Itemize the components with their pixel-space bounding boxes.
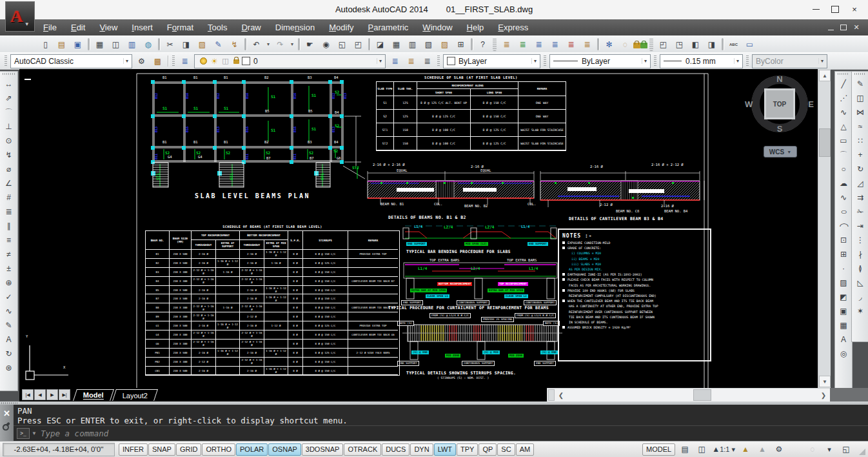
aligned-dimension-button[interactable]: ⇗ — [1, 91, 16, 105]
linetype-combo[interactable]: ByLayer▾ — [549, 54, 651, 68]
help-button[interactable]: ? — [475, 37, 491, 52]
plot-preview-button[interactable]: ◫ — [108, 37, 124, 52]
multiline-text-button[interactable]: A — [836, 332, 851, 347]
application-status-menu-button[interactable]: ▾ — [822, 443, 837, 455]
rotate-button[interactable]: ↻ — [853, 162, 868, 176]
menu-item[interactable]: Edit — [64, 23, 92, 32]
3d-dwf-button[interactable]: ◍ — [140, 37, 156, 52]
wcs-menu[interactable]: WCS▼ — [764, 146, 797, 157]
revision-cloud-button[interactable]: ☁ — [836, 176, 851, 190]
arc-length-button[interactable]: ⌒ — [1, 105, 16, 119]
layer-states-button[interactable]: ≣ — [403, 54, 419, 68]
application-menu-button[interactable]: A ▼ — [5, 1, 35, 32]
menu-item[interactable]: Draw — [234, 23, 268, 32]
layer-properties-manager-button[interactable]: ≣ — [177, 54, 193, 68]
circle-button[interactable]: ○ — [836, 162, 851, 176]
tab-nav-button[interactable]: |◀ — [22, 389, 34, 400]
group-button[interactable]: ◎ — [836, 347, 851, 361]
array-button[interactable]: ∷ — [853, 134, 868, 148]
zoom-realtime-button[interactable]: ◉ — [318, 37, 334, 52]
doc-minimize-button[interactable] — [824, 24, 837, 32]
scroll-down-button[interactable]: ▼ — [819, 376, 831, 387]
status-toggle[interactable]: QP — [478, 443, 497, 456]
dimension-inspect-button[interactable]: ✓ — [1, 290, 16, 304]
status-toggle[interactable]: TPY — [457, 443, 478, 456]
grip[interactable] — [493, 38, 497, 51]
sep[interactable] — [298, 38, 300, 50]
menu-item[interactable]: Tools — [201, 23, 234, 32]
markup-set-manager-button[interactable]: ▨ — [437, 37, 453, 52]
send-to-back-button[interactable]: ◳ — [671, 37, 687, 52]
sep[interactable] — [158, 38, 160, 50]
maximize-button[interactable] — [825, 3, 845, 16]
jogged-linear-button[interactable]: ∿ — [1, 304, 16, 318]
coordinates-readout[interactable]: -2.63E+04, -4.18E+04, 0'0'' — [3, 443, 115, 456]
quick-view-layouts-button[interactable]: ◫ — [694, 443, 709, 455]
status-toggle[interactable]: LWT — [434, 443, 456, 456]
status-toggle[interactable]: 3DOSNAP — [302, 443, 344, 456]
layout-tab[interactable]: Model — [73, 389, 114, 401]
redline-button[interactable]: ↯ — [226, 37, 242, 52]
sep[interactable] — [244, 38, 246, 50]
horizontal-scrollbar[interactable]: ❮ ❯ — [547, 388, 831, 402]
tab-nav-button[interactable]: ▶| — [59, 389, 70, 400]
vertical-scroll-thumb[interactable] — [819, 128, 831, 157]
annotation-autoscale-button[interactable]: ▲ — [755, 443, 770, 455]
stretch-button[interactable]: ⇉ — [853, 190, 868, 205]
redo-dropdown[interactable]: ▾ — [288, 37, 296, 52]
break-at-point-button[interactable]: ⋮ — [853, 233, 868, 247]
sep[interactable] — [471, 38, 473, 50]
mirror-button[interactable]: ⋈ — [853, 105, 868, 119]
drawing-canvas[interactable]: B1B1B1B2B3B4S1S1S1S1S1S2B5B5B4S1S1S2B1B1… — [19, 69, 818, 388]
join-button[interactable]: ≬ — [853, 261, 868, 276]
doc-close-button[interactable]: ✕ — [850, 23, 863, 32]
offset-button[interactable]: ≈ — [853, 119, 868, 134]
chamfer-button[interactable]: ◺ — [853, 276, 868, 290]
change-to-current-layer-button[interactable]: ≣ — [531, 37, 547, 52]
redo-button[interactable]: ↷ — [272, 37, 288, 52]
sep[interactable] — [597, 38, 599, 50]
dimension-break-button[interactable]: ≠ — [1, 247, 16, 261]
copy-button[interactable]: ◨ — [178, 37, 194, 52]
tab-nav-button[interactable]: ◀ — [34, 389, 46, 400]
model-space-button[interactable]: MODEL — [642, 443, 675, 456]
workspace-switching-button[interactable]: ⚙ — [771, 443, 787, 455]
status-toggle[interactable]: AM — [516, 443, 535, 456]
dimension-edit-button[interactable]: ✎ — [1, 318, 16, 332]
send-under-button[interactable]: ◨ — [704, 37, 720, 52]
bring-to-front-button[interactable]: ◰ — [655, 37, 671, 52]
cut-button[interactable]: ✂ — [162, 37, 178, 52]
close-button[interactable]: × — [845, 3, 864, 16]
pan-button[interactable]: ☛ — [302, 37, 318, 52]
workspace-settings-button[interactable]: ⚙ — [133, 54, 150, 68]
viewcube-east[interactable]: E — [808, 99, 814, 109]
command-input-placeholder[interactable]: Type a command — [41, 429, 108, 438]
insert-block-button[interactable]: ⊡ — [836, 233, 851, 247]
viewcube-top-face[interactable]: TOP — [764, 88, 795, 119]
dimension-style-button[interactable]: ⊛ — [1, 361, 16, 375]
menu-item[interactable]: Dimension — [268, 23, 322, 32]
gradient-button[interactable]: ◩ — [836, 290, 851, 304]
rectangle-button[interactable]: ▭ — [836, 134, 851, 148]
scrollbar-splitter[interactable] — [548, 389, 555, 401]
tolerance-button[interactable]: ± — [1, 261, 16, 276]
sep[interactable] — [88, 38, 90, 50]
new-button[interactable]: ▯ — [37, 37, 54, 52]
viewcube-north[interactable]: N — [776, 74, 782, 84]
point-button[interactable]: · — [836, 261, 851, 276]
layer-previous-button[interactable]: ≣ — [387, 54, 403, 68]
clean-screen-button[interactable]: ◱ — [838, 443, 854, 455]
fillet-button[interactable]: ◞ — [853, 290, 868, 304]
layer-off-button[interactable]: ◌ — [617, 37, 633, 52]
extend-button[interactable]: ⇥ — [853, 219, 868, 233]
command-prompt-icon[interactable]: >_ — [17, 428, 30, 439]
hatch-button[interactable]: ▨ — [836, 276, 851, 290]
doc-restore-button[interactable] — [837, 24, 850, 32]
command-settings-icon[interactable] — [3, 422, 10, 429]
sep[interactable] — [722, 38, 724, 50]
layer-isolate-button[interactable]: ≣ — [563, 37, 579, 52]
designcenter-button[interactable]: ▦ — [388, 37, 404, 52]
layer-freeze-button[interactable]: ✻ — [601, 37, 617, 52]
break-button[interactable]: ∤ — [853, 247, 868, 261]
dimension-text-edit-button[interactable]: A — [1, 332, 16, 347]
